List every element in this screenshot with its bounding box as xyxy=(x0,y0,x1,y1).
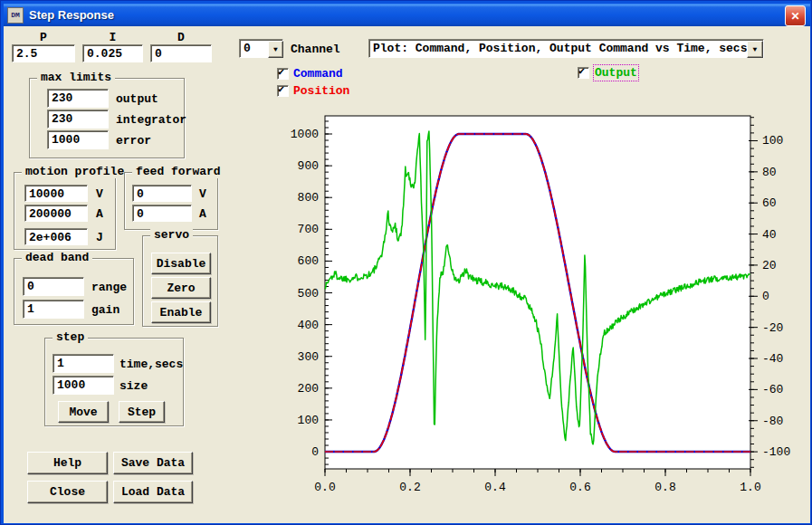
position-checkbox-label: Position xyxy=(293,84,349,98)
chevron-down-icon: ▼ xyxy=(753,45,758,53)
max-integrator-label: integrator xyxy=(116,113,186,127)
chevron-down-icon: ▼ xyxy=(273,45,278,53)
output-checkbox-label: Output xyxy=(595,66,637,80)
servo-enable-button[interactable]: Enable xyxy=(151,301,211,323)
app-icon-text: DM xyxy=(11,11,20,19)
deadband-gain-input[interactable]: 1 xyxy=(23,300,84,319)
y-left-tick-label: 100 xyxy=(298,414,319,427)
x-tick-label: 0.6 xyxy=(569,481,590,494)
y-left-tick-label: 500 xyxy=(298,287,319,301)
deadband-range-input[interactable]: 0 xyxy=(23,277,84,296)
check-icon: ✔ xyxy=(278,66,284,79)
y-left-tick-label: 700 xyxy=(298,223,319,236)
close-icon: ✕ xyxy=(790,10,799,23)
screen: DM Step Response ✕ P I D 2.5 0.025 0 0 ▼… xyxy=(0,0,812,525)
y-right-tick-label: 40 xyxy=(762,228,777,242)
step-size-input[interactable]: 1000 xyxy=(53,376,114,395)
d-input[interactable]: 0 xyxy=(150,44,212,62)
y-left-tick-label: 800 xyxy=(298,191,319,205)
deadband-range-label: range xyxy=(91,281,127,294)
y-left-tick-label: 300 xyxy=(298,350,319,364)
x-tick-label: 0.8 xyxy=(654,481,675,494)
window: DM Step Response ✕ P I D 2.5 0.025 0 0 ▼… xyxy=(0,0,812,525)
y-left-tick-label: 1000 xyxy=(291,128,319,141)
servo-disable-button[interactable]: Disable xyxy=(151,253,211,274)
close-dialog-button[interactable]: Close xyxy=(27,481,108,503)
y-left-tick-label: 0 xyxy=(311,445,319,459)
y-left-tick-label: 200 xyxy=(298,382,319,396)
y-left-tick-label: 600 xyxy=(298,254,319,268)
channel-dropdown-button[interactable]: ▼ xyxy=(268,41,283,58)
max-error-label: error xyxy=(116,134,151,148)
step-group: step 1 time,secs 1000 size Move Step xyxy=(44,338,184,426)
feed-forward-legend: feed forward xyxy=(132,165,224,178)
i-label: I xyxy=(82,31,143,44)
command-checkbox[interactable]: ✔ xyxy=(277,68,289,80)
load-data-button[interactable]: Load Data xyxy=(113,481,193,503)
title-bar[interactable]: DM Step Response ✕ xyxy=(4,4,810,26)
x-tick-label: 1.0 xyxy=(740,481,760,494)
velocity-label: V xyxy=(96,187,103,201)
plot-mode-dropdown-button[interactable]: ▼ xyxy=(747,41,763,58)
channel-label: Channel xyxy=(291,43,340,56)
y-right-tick-label: -40 xyxy=(762,352,783,366)
y-right-tick-label: 0 xyxy=(762,290,769,303)
plot-mode-select[interactable]: Plot: Command, Position, Output Command … xyxy=(368,39,764,58)
y-right-tick-label: -100 xyxy=(762,445,790,459)
step-legend: step xyxy=(53,330,88,344)
max-error-input[interactable]: 1000 xyxy=(47,130,109,149)
servo-group: servo Disable Zero Enable xyxy=(142,235,218,327)
y-right-tick-label: 100 xyxy=(762,134,783,148)
step-button[interactable]: Step xyxy=(119,401,165,423)
step-time-label: time,secs xyxy=(119,358,183,371)
x-tick-label: 0.0 xyxy=(314,481,335,494)
ff-velocity-label: V xyxy=(199,187,206,201)
feed-forward-group: feed forward 0 V 0 A xyxy=(124,172,218,230)
step-time-input[interactable]: 1 xyxy=(53,354,114,373)
dead-band-legend: dead band xyxy=(22,251,92,264)
close-button[interactable]: ✕ xyxy=(785,5,806,26)
command-checkbox-label: Command xyxy=(293,67,343,81)
servo-zero-button[interactable]: Zero xyxy=(151,277,211,299)
y-left-tick-label: 900 xyxy=(298,159,319,173)
y-right-tick-label: 80 xyxy=(762,166,777,179)
step-size-label: size xyxy=(119,379,148,393)
p-input[interactable]: 2.5 xyxy=(12,44,75,62)
max-integrator-input[interactable]: 230 xyxy=(47,110,109,129)
p-label: P xyxy=(12,31,75,44)
d-label: D xyxy=(150,31,212,44)
accel-input[interactable]: 200000 xyxy=(24,205,88,222)
max-limits-group: max limits 230 output 230 integrator 100… xyxy=(29,78,185,158)
help-button[interactable]: Help xyxy=(27,452,108,474)
dead-band-group: dead band 0 range 1 gain xyxy=(14,258,134,325)
y-right-tick-label: -20 xyxy=(762,321,783,335)
i-input[interactable]: 0.025 xyxy=(82,44,143,62)
accel-label: A xyxy=(96,207,103,221)
velocity-input[interactable]: 10000 xyxy=(24,185,88,202)
motion-profile-legend: motion profile xyxy=(22,165,128,178)
y-right-tick-label: -80 xyxy=(762,415,783,428)
servo-legend: servo xyxy=(150,228,193,242)
y-right-tick-label: 20 xyxy=(762,259,777,272)
ff-accel-input[interactable]: 0 xyxy=(132,205,192,222)
motion-profile-group: motion profile 10000 V 200000 A 2e+006 J xyxy=(14,172,116,250)
x-tick-label: 0.4 xyxy=(484,481,506,494)
y-right-tick-label: 60 xyxy=(762,196,777,210)
window-title: Step Response xyxy=(29,8,114,22)
plot-frame xyxy=(325,116,750,469)
max-output-input[interactable]: 230 xyxy=(47,89,109,108)
jerk-input[interactable]: 2e+006 xyxy=(24,228,88,245)
ff-velocity-input[interactable]: 0 xyxy=(132,185,192,202)
step-response-plot: 01002003004005006007008009001000-100-80-… xyxy=(291,108,812,517)
check-icon: ✔ xyxy=(278,83,284,96)
jerk-label: J xyxy=(96,231,103,244)
move-button[interactable]: Move xyxy=(58,401,109,423)
max-limits-legend: max limits xyxy=(37,71,115,84)
ff-accel-label: A xyxy=(199,207,206,221)
max-output-label: output xyxy=(116,92,158,106)
output-checkbox[interactable]: ✔ xyxy=(578,67,589,79)
y-right-tick-label: -60 xyxy=(762,383,783,396)
position-checkbox[interactable]: ✔ xyxy=(277,85,289,97)
app-icon: DM xyxy=(7,7,24,24)
save-data-button[interactable]: Save Data xyxy=(113,452,193,474)
